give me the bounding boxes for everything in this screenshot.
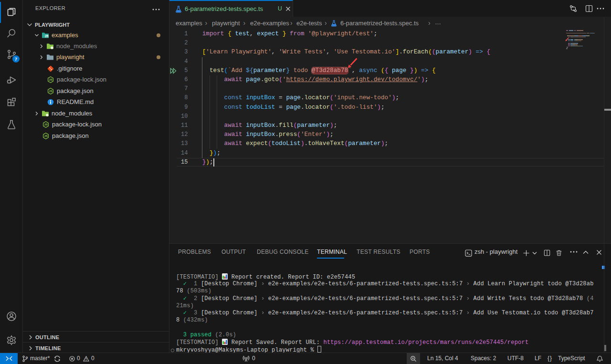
svg-text:JS: JS <box>49 78 53 81</box>
svg-text:JS: JS <box>44 134 48 137</box>
svg-text:JS: JS <box>44 123 48 126</box>
svg-text:JS: JS <box>49 89 53 93</box>
